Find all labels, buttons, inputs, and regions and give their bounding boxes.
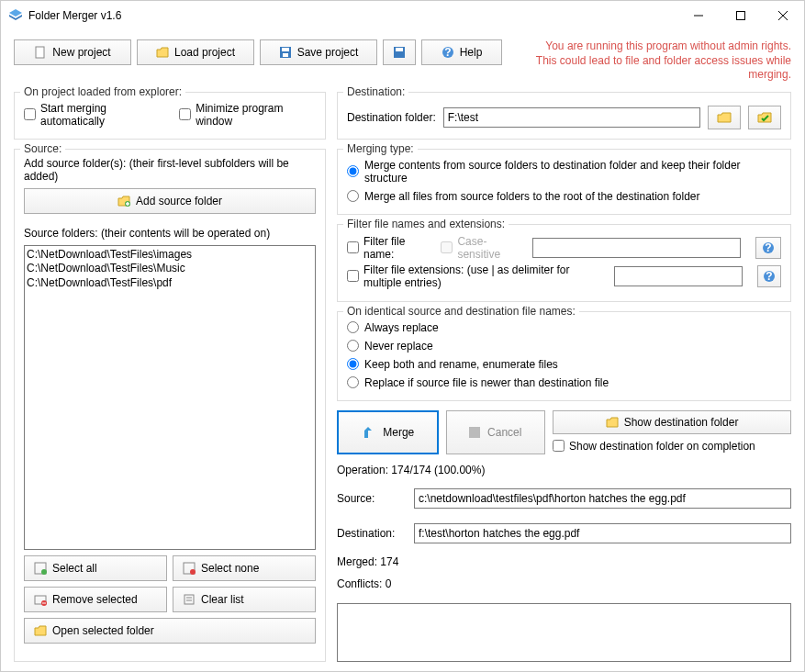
titlebar: Folder Merger v1.6 xyxy=(1,1,804,30)
source-list-label: Source folders: (their contents will be … xyxy=(24,227,316,240)
status-source-value xyxy=(414,488,791,509)
merge-label: Merge xyxy=(383,426,414,439)
merged-count: Merged: 174 xyxy=(337,555,791,568)
merge-opt1-label: Merge contents from source folders to de… xyxy=(364,159,781,185)
filter-name-label: Filter file name: xyxy=(363,235,433,261)
cancel-button[interactable]: Cancel xyxy=(446,410,546,454)
select-none-button[interactable]: Select none xyxy=(173,555,316,581)
warning-line-1: You are running this program without adm… xyxy=(508,39,791,54)
save-icon xyxy=(279,46,292,59)
help-button[interactable]: ? Help xyxy=(421,39,502,65)
destination-folder-input[interactable] xyxy=(443,107,700,128)
clear-icon xyxy=(183,593,196,606)
svg-rect-31 xyxy=(469,427,480,438)
status-dest-label: Destination: xyxy=(337,527,408,540)
remove-icon xyxy=(34,593,47,606)
clear-list-label: Clear list xyxy=(201,593,244,606)
save-as-button[interactable] xyxy=(383,39,416,65)
always-replace-radio[interactable]: Always replace xyxy=(347,321,781,334)
remove-selected-button[interactable]: Remove selected xyxy=(24,587,167,612)
admin-warning: You are running this program without adm… xyxy=(508,39,791,83)
svg-rect-24 xyxy=(184,595,194,604)
folder-open-icon xyxy=(606,416,619,429)
filter-name-help-button[interactable]: ? xyxy=(755,237,781,259)
status-source-label: Source: xyxy=(337,492,408,505)
file-icon xyxy=(34,46,47,59)
case-sensitive-checkbox[interactable]: Case-sensitive xyxy=(441,235,524,261)
filter-ext-input[interactable] xyxy=(614,266,743,286)
open-selected-folder-button[interactable]: Open selected folder xyxy=(24,618,316,644)
show-dest-label: Show destination folder xyxy=(624,416,739,429)
merging-type-group: Merging type: Merge contents from source… xyxy=(337,149,791,215)
show-on-completion-checkbox[interactable]: Show destination folder on completion xyxy=(553,440,791,453)
merging-type-legend: Merging type: xyxy=(343,142,418,155)
minimize-window-button[interactable] xyxy=(677,1,720,30)
svg-point-20 xyxy=(190,569,196,575)
merge-button[interactable]: Merge xyxy=(337,410,439,454)
merge-arrow-icon xyxy=(361,425,375,440)
filter-name-checkbox[interactable]: Filter file name: xyxy=(347,235,433,261)
close-window-button[interactable] xyxy=(762,1,804,30)
load-project-label: Load project xyxy=(174,46,235,59)
open-selected-label: Open selected folder xyxy=(52,624,154,637)
filter-ext-label: Filter file extensions: (use | as delimi… xyxy=(363,263,607,289)
add-source-label: Add source folder xyxy=(136,195,222,207)
window-title: Folder Merger v1.6 xyxy=(28,9,677,22)
load-project-button[interactable]: Load project xyxy=(137,39,254,65)
explorer-legend: On project loaded from explorer: xyxy=(20,85,185,98)
minimize-window-checkbox[interactable]: Minimize program window xyxy=(179,102,316,128)
cancel-label: Cancel xyxy=(487,426,521,439)
keep-both-radio[interactable]: Keep both and rename, enumerate files xyxy=(347,358,781,371)
destination-folder-label: Destination folder: xyxy=(347,111,436,124)
browse-destination-button[interactable] xyxy=(708,106,741,129)
svg-rect-6 xyxy=(36,47,44,58)
start-merging-checkbox[interactable]: Start merging automatically xyxy=(24,102,166,128)
filter-name-input[interactable] xyxy=(532,238,741,258)
select-all-icon xyxy=(34,562,47,575)
folder-add-icon xyxy=(117,195,130,207)
filter-ext-help-button[interactable]: ? xyxy=(757,265,781,287)
stop-icon xyxy=(469,427,480,438)
save-project-label: Save project xyxy=(297,46,359,59)
confirm-destination-button[interactable] xyxy=(748,106,781,129)
help-label: Help xyxy=(460,46,483,59)
explorer-options-group: On project loaded from explorer: Start m… xyxy=(14,92,326,140)
conflicts-count: Conflicts: 0 xyxy=(337,577,791,590)
svg-rect-8 xyxy=(282,48,289,51)
source-folders-list[interactable]: C:\NetDownload\TestFiles\images C:\NetDo… xyxy=(24,245,316,550)
case-sensitive-label: Case-sensitive xyxy=(457,235,524,261)
replace-if-newer-radio[interactable]: Replace if source file is newer than des… xyxy=(347,376,781,389)
clear-list-button[interactable]: Clear list xyxy=(173,587,316,612)
filter-group: Filter file names and extensions: Filter… xyxy=(337,224,791,302)
warning-line-2: This could lead to file and folder acces… xyxy=(508,54,791,83)
add-source-hint: Add source folder(s): (their first-level… xyxy=(24,157,316,183)
show-destination-button[interactable]: Show destination folder xyxy=(553,410,791,434)
save-project-button[interactable]: Save project xyxy=(260,39,377,65)
add-source-folder-button[interactable]: Add source folder xyxy=(24,188,316,214)
identical-opt3-label: Keep both and rename, enumerate files xyxy=(364,358,558,371)
maximize-window-button[interactable] xyxy=(720,1,762,30)
identical-legend: On identical source and destination file… xyxy=(343,305,579,318)
help-icon: ? xyxy=(442,46,454,59)
svg-rect-11 xyxy=(396,48,403,51)
identical-opt2-label: Never replace xyxy=(364,340,433,353)
start-merging-label: Start merging automatically xyxy=(40,102,166,128)
never-replace-radio[interactable]: Never replace xyxy=(347,340,781,353)
identical-names-group: On identical source and destination file… xyxy=(337,311,791,401)
operation-status: Operation: 174/174 (100.00%) xyxy=(337,464,791,476)
merge-to-root-radio[interactable]: Merge all files from source folders to t… xyxy=(347,190,781,203)
merge-keep-structure-radio[interactable]: Merge contents from source folders to de… xyxy=(347,159,781,185)
new-project-label: New project xyxy=(52,46,110,59)
folder-open-icon xyxy=(156,46,169,59)
filter-legend: Filter file names and extensions: xyxy=(343,218,509,230)
svg-text:?: ? xyxy=(765,241,771,254)
filter-ext-checkbox[interactable]: Filter file extensions: (use | as delimi… xyxy=(347,263,607,289)
select-all-button[interactable]: Select all xyxy=(24,555,167,581)
new-project-button[interactable]: New project xyxy=(14,39,131,65)
identical-opt1-label: Always replace xyxy=(364,321,439,334)
remove-selected-label: Remove selected xyxy=(52,593,138,606)
merge-opt2-label: Merge all files from source folders to t… xyxy=(364,190,700,203)
svg-text:?: ? xyxy=(766,270,772,283)
log-output[interactable] xyxy=(337,603,791,662)
folder-icon xyxy=(34,624,47,637)
